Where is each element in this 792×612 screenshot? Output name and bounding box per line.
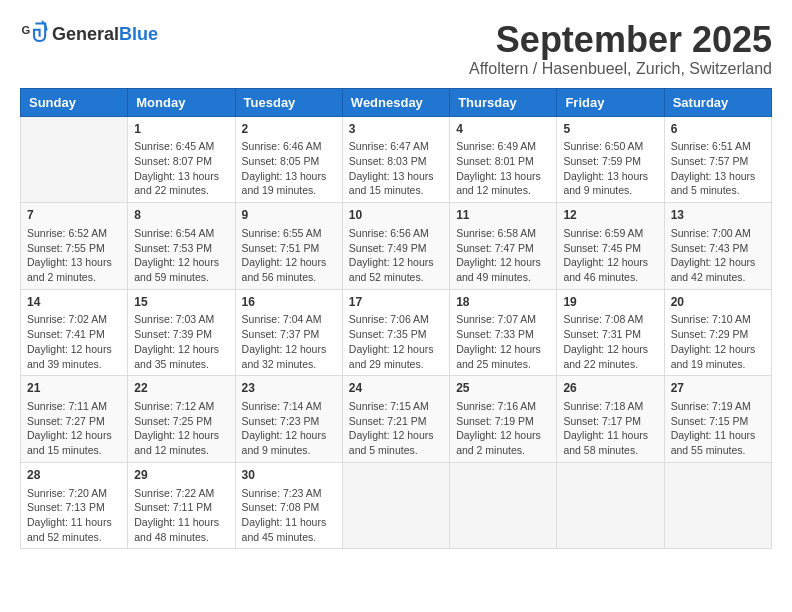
calendar-cell [342, 462, 449, 549]
day-info: Sunrise: 7:07 AMSunset: 7:33 PMDaylight:… [456, 312, 550, 371]
day-number: 27 [671, 380, 765, 397]
day-info: Sunrise: 7:22 AMSunset: 7:11 PMDaylight:… [134, 486, 228, 545]
calendar-cell: 10Sunrise: 6:56 AMSunset: 7:49 PMDayligh… [342, 203, 449, 290]
day-info: Sunrise: 6:45 AMSunset: 8:07 PMDaylight:… [134, 139, 228, 198]
calendar-cell: 22Sunrise: 7:12 AMSunset: 7:25 PMDayligh… [128, 376, 235, 463]
day-number: 16 [242, 294, 336, 311]
page-header: G GeneralBlue September 2025 Affoltern /… [20, 20, 772, 78]
day-number: 23 [242, 380, 336, 397]
logo-general-text: General [52, 24, 119, 45]
weekday-header: Wednesday [342, 88, 449, 116]
calendar-cell: 26Sunrise: 7:18 AMSunset: 7:17 PMDayligh… [557, 376, 664, 463]
day-number: 26 [563, 380, 657, 397]
calendar-cell: 20Sunrise: 7:10 AMSunset: 7:29 PMDayligh… [664, 289, 771, 376]
day-number: 8 [134, 207, 228, 224]
day-info: Sunrise: 7:14 AMSunset: 7:23 PMDaylight:… [242, 399, 336, 458]
calendar-cell [557, 462, 664, 549]
calendar-cell: 29Sunrise: 7:22 AMSunset: 7:11 PMDayligh… [128, 462, 235, 549]
day-info: Sunrise: 7:08 AMSunset: 7:31 PMDaylight:… [563, 312, 657, 371]
day-number: 12 [563, 207, 657, 224]
calendar-cell: 9Sunrise: 6:55 AMSunset: 7:51 PMDaylight… [235, 203, 342, 290]
calendar-cell: 1Sunrise: 6:45 AMSunset: 8:07 PMDaylight… [128, 116, 235, 203]
day-info: Sunrise: 6:47 AMSunset: 8:03 PMDaylight:… [349, 139, 443, 198]
logo-icon: G [20, 20, 48, 48]
day-info: Sunrise: 6:54 AMSunset: 7:53 PMDaylight:… [134, 226, 228, 285]
day-number: 14 [27, 294, 121, 311]
calendar-cell [21, 116, 128, 203]
calendar-week-row: 7Sunrise: 6:52 AMSunset: 7:55 PMDaylight… [21, 203, 772, 290]
day-info: Sunrise: 7:06 AMSunset: 7:35 PMDaylight:… [349, 312, 443, 371]
weekday-header: Saturday [664, 88, 771, 116]
day-number: 9 [242, 207, 336, 224]
logo-blue-text: Blue [119, 24, 158, 45]
day-info: Sunrise: 7:12 AMSunset: 7:25 PMDaylight:… [134, 399, 228, 458]
calendar-cell: 21Sunrise: 7:11 AMSunset: 7:27 PMDayligh… [21, 376, 128, 463]
day-number: 21 [27, 380, 121, 397]
day-number: 22 [134, 380, 228, 397]
day-number: 19 [563, 294, 657, 311]
day-number: 7 [27, 207, 121, 224]
calendar-cell: 30Sunrise: 7:23 AMSunset: 7:08 PMDayligh… [235, 462, 342, 549]
day-info: Sunrise: 7:00 AMSunset: 7:43 PMDaylight:… [671, 226, 765, 285]
calendar-week-row: 21Sunrise: 7:11 AMSunset: 7:27 PMDayligh… [21, 376, 772, 463]
weekday-header: Friday [557, 88, 664, 116]
calendar-cell: 15Sunrise: 7:03 AMSunset: 7:39 PMDayligh… [128, 289, 235, 376]
calendar-cell: 27Sunrise: 7:19 AMSunset: 7:15 PMDayligh… [664, 376, 771, 463]
day-info: Sunrise: 6:59 AMSunset: 7:45 PMDaylight:… [563, 226, 657, 285]
day-info: Sunrise: 6:51 AMSunset: 7:57 PMDaylight:… [671, 139, 765, 198]
calendar-table: SundayMondayTuesdayWednesdayThursdayFrid… [20, 88, 772, 550]
calendar-cell: 12Sunrise: 6:59 AMSunset: 7:45 PMDayligh… [557, 203, 664, 290]
svg-text:G: G [21, 24, 30, 36]
title-block: September 2025 Affoltern / Hasenbueel, Z… [469, 20, 772, 78]
day-info: Sunrise: 7:16 AMSunset: 7:19 PMDaylight:… [456, 399, 550, 458]
day-info: Sunrise: 6:52 AMSunset: 7:55 PMDaylight:… [27, 226, 121, 285]
calendar-cell: 28Sunrise: 7:20 AMSunset: 7:13 PMDayligh… [21, 462, 128, 549]
day-info: Sunrise: 7:18 AMSunset: 7:17 PMDaylight:… [563, 399, 657, 458]
calendar-cell: 11Sunrise: 6:58 AMSunset: 7:47 PMDayligh… [450, 203, 557, 290]
weekday-header: Thursday [450, 88, 557, 116]
day-number: 6 [671, 121, 765, 138]
calendar-cell: 13Sunrise: 7:00 AMSunset: 7:43 PMDayligh… [664, 203, 771, 290]
calendar-cell [664, 462, 771, 549]
location-title: Affoltern / Hasenbueel, Zurich, Switzerl… [469, 60, 772, 78]
day-number: 4 [456, 121, 550, 138]
calendar-cell: 14Sunrise: 7:02 AMSunset: 7:41 PMDayligh… [21, 289, 128, 376]
day-info: Sunrise: 7:02 AMSunset: 7:41 PMDaylight:… [27, 312, 121, 371]
day-number: 13 [671, 207, 765, 224]
day-info: Sunrise: 6:49 AMSunset: 8:01 PMDaylight:… [456, 139, 550, 198]
day-number: 11 [456, 207, 550, 224]
day-info: Sunrise: 7:19 AMSunset: 7:15 PMDaylight:… [671, 399, 765, 458]
day-number: 15 [134, 294, 228, 311]
weekday-header: Sunday [21, 88, 128, 116]
calendar-cell: 17Sunrise: 7:06 AMSunset: 7:35 PMDayligh… [342, 289, 449, 376]
day-info: Sunrise: 6:58 AMSunset: 7:47 PMDaylight:… [456, 226, 550, 285]
calendar-cell [450, 462, 557, 549]
month-title: September 2025 [469, 20, 772, 60]
weekday-header: Monday [128, 88, 235, 116]
day-info: Sunrise: 6:55 AMSunset: 7:51 PMDaylight:… [242, 226, 336, 285]
calendar-cell: 3Sunrise: 6:47 AMSunset: 8:03 PMDaylight… [342, 116, 449, 203]
day-number: 1 [134, 121, 228, 138]
calendar-cell: 4Sunrise: 6:49 AMSunset: 8:01 PMDaylight… [450, 116, 557, 203]
day-info: Sunrise: 7:11 AMSunset: 7:27 PMDaylight:… [27, 399, 121, 458]
day-number: 2 [242, 121, 336, 138]
day-info: Sunrise: 7:03 AMSunset: 7:39 PMDaylight:… [134, 312, 228, 371]
day-info: Sunrise: 7:10 AMSunset: 7:29 PMDaylight:… [671, 312, 765, 371]
day-number: 18 [456, 294, 550, 311]
calendar-header-row: SundayMondayTuesdayWednesdayThursdayFrid… [21, 88, 772, 116]
calendar-cell: 8Sunrise: 6:54 AMSunset: 7:53 PMDaylight… [128, 203, 235, 290]
day-number: 25 [456, 380, 550, 397]
calendar-cell: 5Sunrise: 6:50 AMSunset: 7:59 PMDaylight… [557, 116, 664, 203]
calendar-cell: 19Sunrise: 7:08 AMSunset: 7:31 PMDayligh… [557, 289, 664, 376]
day-info: Sunrise: 6:50 AMSunset: 7:59 PMDaylight:… [563, 139, 657, 198]
day-number: 3 [349, 121, 443, 138]
calendar-cell: 6Sunrise: 6:51 AMSunset: 7:57 PMDaylight… [664, 116, 771, 203]
day-number: 20 [671, 294, 765, 311]
day-number: 24 [349, 380, 443, 397]
calendar-cell: 7Sunrise: 6:52 AMSunset: 7:55 PMDaylight… [21, 203, 128, 290]
day-info: Sunrise: 7:04 AMSunset: 7:37 PMDaylight:… [242, 312, 336, 371]
calendar-week-row: 1Sunrise: 6:45 AMSunset: 8:07 PMDaylight… [21, 116, 772, 203]
weekday-header: Tuesday [235, 88, 342, 116]
calendar-cell: 18Sunrise: 7:07 AMSunset: 7:33 PMDayligh… [450, 289, 557, 376]
calendar-cell: 23Sunrise: 7:14 AMSunset: 7:23 PMDayligh… [235, 376, 342, 463]
